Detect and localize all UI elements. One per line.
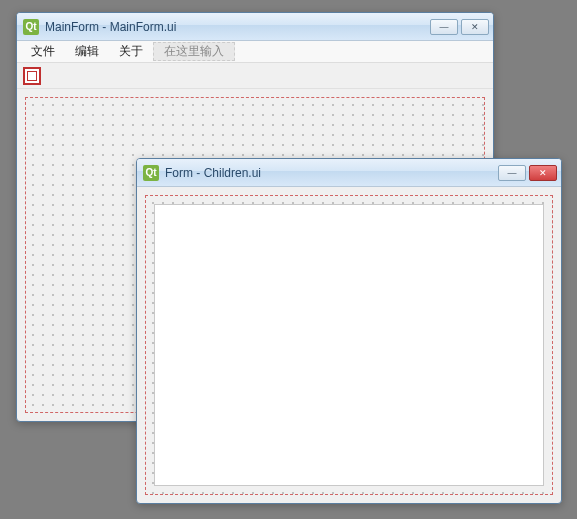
- child-titlebar[interactable]: Qt Form - Children.ui — ✕: [137, 159, 561, 187]
- qt-app-icon: Qt: [143, 165, 159, 181]
- qt-app-icon: Qt: [23, 19, 39, 35]
- menu-type-here[interactable]: 在这里输入: [153, 42, 235, 61]
- main-window-title: MainForm - MainForm.ui: [45, 20, 430, 34]
- child-form-canvas[interactable]: [145, 195, 553, 495]
- child-inner-widget[interactable]: [154, 204, 544, 486]
- child-window: Qt Form - Children.ui — ✕: [136, 158, 562, 504]
- close-button[interactable]: ✕: [461, 19, 489, 35]
- menu-file[interactable]: 文件: [21, 41, 65, 62]
- main-menubar: 文件 编辑 关于 在这里输入: [17, 41, 493, 63]
- close-button[interactable]: ✕: [529, 165, 557, 181]
- menu-about[interactable]: 关于: [109, 41, 153, 62]
- minimize-button[interactable]: —: [430, 19, 458, 35]
- main-toolbar: [17, 63, 493, 89]
- child-window-title: Form - Children.ui: [165, 166, 498, 180]
- child-client-area: [137, 187, 561, 503]
- main-titlebar[interactable]: Qt MainForm - MainForm.ui — ✕: [17, 13, 493, 41]
- child-window-controls: — ✕: [498, 165, 557, 181]
- minimize-button[interactable]: —: [498, 165, 526, 181]
- menu-edit[interactable]: 编辑: [65, 41, 109, 62]
- layout-tool-icon[interactable]: [23, 67, 41, 85]
- main-window-controls: — ✕: [430, 19, 489, 35]
